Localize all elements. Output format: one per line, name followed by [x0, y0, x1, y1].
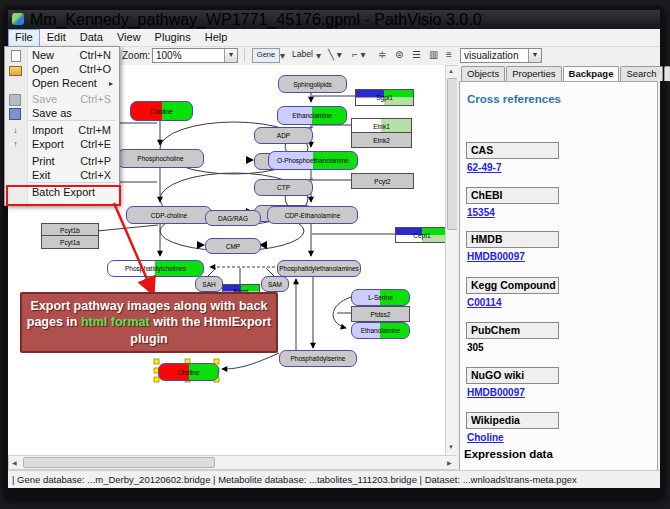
- reference-link[interactable]: HMDB00097: [467, 387, 525, 398]
- pathway-node-sam[interactable]: SAM: [261, 276, 289, 292]
- file-menu-item-exit[interactable]: ExitCtrl+X: [5, 169, 117, 182]
- cross-references-heading: Cross references: [467, 93, 561, 105]
- zoom-combobox[interactable]: 100% ▼: [152, 48, 238, 63]
- file-menu-item-label: Import: [32, 124, 63, 137]
- side-panel-tabs: ObjectsPropertiesBackpageSearchLegend: [461, 66, 670, 81]
- file-menu-item-new[interactable]: NewCtrl+N: [5, 49, 117, 62]
- line-tool-icon[interactable]: ╲ ▾: [328, 49, 342, 60]
- menubar-item-data[interactable]: Data: [73, 29, 110, 46]
- pathway-node-dag-rag[interactable]: DAG/RAG: [205, 210, 261, 226]
- reference-link[interactable]: HMDB00097: [467, 251, 525, 262]
- align-center-icon[interactable]: ≑: [378, 49, 386, 60]
- pathway-node-cdp-ethanolamine[interactable]: CDP-Ethanolamine: [267, 206, 358, 224]
- tab-legend[interactable]: Legend: [664, 66, 670, 81]
- label-tool-button[interactable]: Label: [292, 49, 313, 59]
- canvas-horizontal-scrollbar[interactable]: ◀▶: [8, 455, 459, 470]
- zoom-value: 100%: [153, 50, 224, 61]
- file-menu-item-save: SaveCtrl+S: [5, 93, 117, 106]
- pathway-node-cdp-choline[interactable]: CDP-choline: [126, 206, 212, 224]
- menu-separator: [29, 182, 115, 183]
- pathway-node-ptdss2[interactable]: Ptdss2: [351, 306, 410, 322]
- pathway-node-ethanolamine-bottom[interactable]: Ethanolamine: [351, 322, 410, 339]
- reference-source-box: HMDB: [466, 231, 559, 248]
- zoom-dropdown-icon[interactable]: ▼: [224, 49, 237, 62]
- file-menu-item-export[interactable]: ↑ExportCtrl+E: [5, 138, 117, 151]
- zoom-label: Zoom:: [122, 50, 150, 61]
- pathway-node-pcyt1a[interactable]: Pcyt1a: [41, 235, 99, 249]
- pathway-node-choline-top[interactable]: Choline: [130, 101, 193, 121]
- pathway-node-sgpl1[interactable]: Sgpl1: [355, 89, 414, 106]
- menubar-item-help[interactable]: Help: [198, 29, 235, 46]
- menubar-item-file[interactable]: File: [8, 29, 40, 47]
- pathway-node-pcyt2[interactable]: Pcyt2: [351, 173, 414, 189]
- tab-search[interactable]: Search: [620, 66, 662, 81]
- save-icon: [9, 94, 21, 106]
- reference-link[interactable]: 62-49-7: [467, 162, 501, 173]
- pathvisio-logo-icon: [12, 13, 24, 25]
- file-menu-item-open-recent[interactable]: Open Recent▸: [5, 77, 117, 90]
- reference-source-box: NuGO wiki: [466, 367, 559, 384]
- gene-dropdown-icon[interactable]: ▾: [280, 50, 285, 61]
- file-menu-shortcut: Ctrl+X: [80, 169, 111, 182]
- visualization-dropdown-icon[interactable]: ▼: [528, 49, 541, 62]
- file-menu-item-label: Open Recent: [32, 77, 97, 90]
- menubar-item-plugins[interactable]: Plugins: [148, 29, 198, 46]
- callout-text-after: with the HtmlExport plugin: [130, 315, 271, 345]
- stack-vertical-icon[interactable]: ≡: [446, 49, 452, 60]
- reference-link[interactable]: C00114: [467, 297, 501, 308]
- status-text: | Gene database: ...m_Derby_20120602.bri…: [8, 474, 577, 485]
- align-middle-icon[interactable]: ⊜: [395, 49, 403, 60]
- reference-link[interactable]: 15354: [467, 207, 495, 218]
- batch-export-highlight-box: [6, 185, 121, 206]
- pathway-node-adp[interactable]: ADP: [254, 127, 313, 144]
- menubar-item-view[interactable]: View: [110, 29, 148, 46]
- pathway-node-choline-selected[interactable]: Choline: [158, 363, 219, 381]
- status-bar: | Gene database: ...m_Derby_20120602.bri…: [8, 470, 660, 488]
- connector-tool-icon[interactable]: ⌐ ▾: [352, 49, 366, 60]
- visualization-combobox[interactable]: visualization ▼: [460, 48, 542, 63]
- pathway-node-phosphatidylcholines[interactable]: Phosphatidylcholines: [107, 260, 204, 277]
- pathway-node-l-serine[interactable]: L-Serine: [351, 289, 410, 306]
- file-menu-shortcut: Ctrl+O: [79, 63, 111, 76]
- file-menu-shortcut: Ctrl+P: [80, 155, 111, 168]
- pathway-node-o-phosphoethanolamine[interactable]: O-Phosphoethanolamine: [268, 151, 358, 170]
- reference-link[interactable]: Choline: [467, 432, 504, 443]
- file-menu-shortcut: Ctrl+M: [78, 124, 111, 137]
- menu-separator: [29, 120, 115, 121]
- reference-value: 305: [467, 342, 484, 353]
- pathway-node-sah[interactable]: SAH: [195, 276, 223, 292]
- pathway-node-phosphocholine[interactable]: Phosphocholine: [117, 149, 204, 168]
- distribute-vertical-icon[interactable]: ☰: [412, 49, 421, 60]
- file-menu-item-import[interactable]: ↓ImportCtrl+M: [5, 124, 117, 137]
- tab-backpage[interactable]: Backpage: [563, 66, 620, 81]
- distribute-horizontal-icon[interactable]: ▥: [429, 49, 438, 60]
- pathway-node-etnk2[interactable]: Etnk2: [351, 132, 412, 148]
- tab-properties[interactable]: Properties: [506, 66, 561, 81]
- expression-data-heading: Expression data: [464, 448, 553, 460]
- pathway-node-cmp[interactable]: CMP: [205, 238, 261, 254]
- toolbar-separator: [244, 48, 245, 61]
- window-title: Mm_Kennedy_pathway_WP1771_45176.gpml - P…: [30, 10, 482, 29]
- reference-source-box: Kegg Compound: [466, 277, 559, 294]
- new-document-icon: [11, 50, 21, 62]
- file-menu-item-label: Export: [32, 138, 64, 151]
- tab-objects[interactable]: Objects: [461, 66, 505, 81]
- menubar-item-edit[interactable]: Edit: [40, 29, 73, 46]
- callout-highlight-text: html format: [81, 315, 150, 329]
- pathway-node-sphingolipids[interactable]: Sphingolipids: [278, 75, 347, 93]
- annotation-callout: Export pathway images along with back pa…: [20, 292, 278, 353]
- file-menu-item-open[interactable]: OpenCtrl+O: [5, 63, 117, 76]
- pathway-node-phosphatidylserine[interactable]: Phosphatidylserine: [279, 350, 357, 367]
- file-menu-item-print[interactable]: PrintCtrl+P: [5, 155, 117, 168]
- pathway-node-phosphatidylethanolamines[interactable]: Phosphatidylethanolamines: [277, 260, 361, 277]
- pathway-node-cept1[interactable]: Cept1: [395, 227, 445, 243]
- pathway-node-ethanolamine-top[interactable]: Ethanolamine: [277, 106, 347, 125]
- file-menu: NewCtrl+NOpenCtrl+OOpen Recent▸SaveCtrl+…: [4, 46, 120, 206]
- file-menu-item-save-as[interactable]: Save as: [5, 107, 117, 120]
- visualization-value: visualization: [461, 50, 528, 61]
- label-dropdown-icon[interactable]: ▾: [316, 50, 321, 61]
- file-menu-item-label: Print: [32, 155, 55, 168]
- export-icon: ↑: [9, 139, 22, 150]
- pathway-node-ctp[interactable]: CTP: [254, 179, 313, 196]
- gene-tool-button[interactable]: Gene: [252, 48, 280, 63]
